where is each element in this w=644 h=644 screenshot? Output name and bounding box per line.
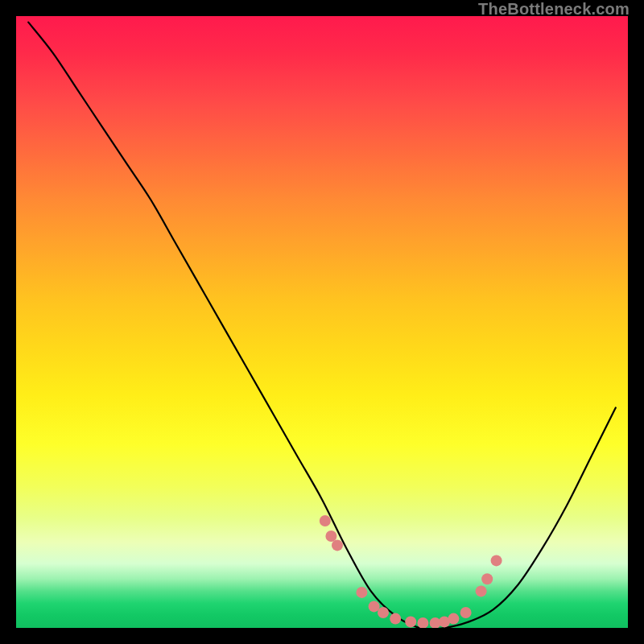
chart-stage: TheBottleneck.com — [0, 0, 644, 644]
highlight-dot — [332, 539, 343, 551]
highlight-dot — [491, 555, 502, 566]
highlight-dot — [356, 587, 367, 598]
highlight-dot — [405, 616, 416, 627]
highlight-dot — [476, 585, 487, 597]
highlight-dot — [378, 607, 389, 618]
highlight-dot — [417, 617, 428, 628]
highlight-dot — [481, 573, 493, 584]
bottleneck-curve — [28, 23, 616, 628]
dots-group — [320, 515, 502, 628]
plot-area — [16, 16, 628, 628]
highlight-dot — [320, 515, 331, 526]
highlight-dot — [325, 530, 336, 542]
highlight-dot — [448, 613, 459, 625]
highlight-dot — [390, 613, 401, 625]
highlight-dot — [460, 607, 472, 618]
highlight-dot — [369, 601, 380, 612]
curve-svg — [16, 16, 628, 628]
